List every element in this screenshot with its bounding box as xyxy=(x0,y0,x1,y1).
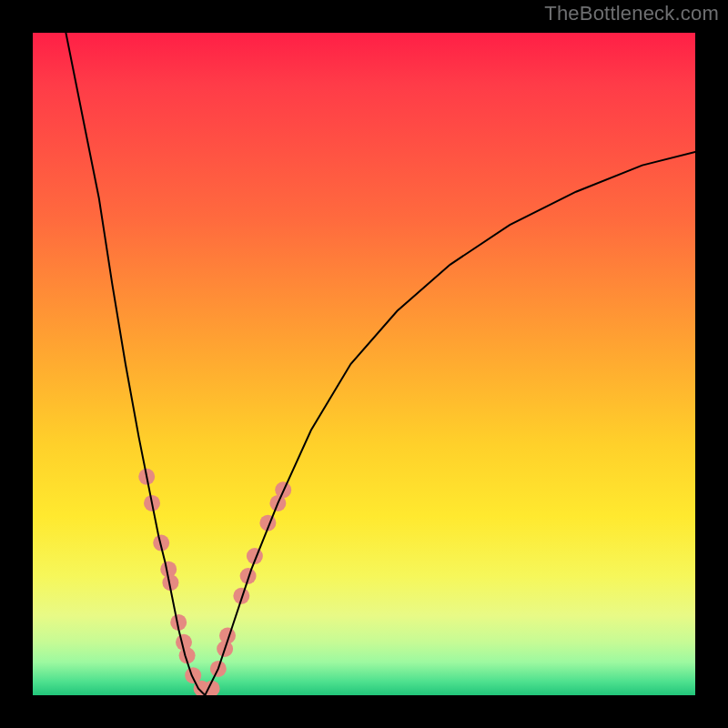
watermark-label: TheBottleneck.com xyxy=(544,2,719,25)
right-branch-curve xyxy=(205,152,695,695)
plot-area xyxy=(33,33,695,695)
chart-root: TheBottleneck.com xyxy=(0,0,728,728)
left-branch-curve xyxy=(66,33,205,695)
scatter-overlay xyxy=(138,469,291,695)
curve-layer xyxy=(33,33,695,695)
